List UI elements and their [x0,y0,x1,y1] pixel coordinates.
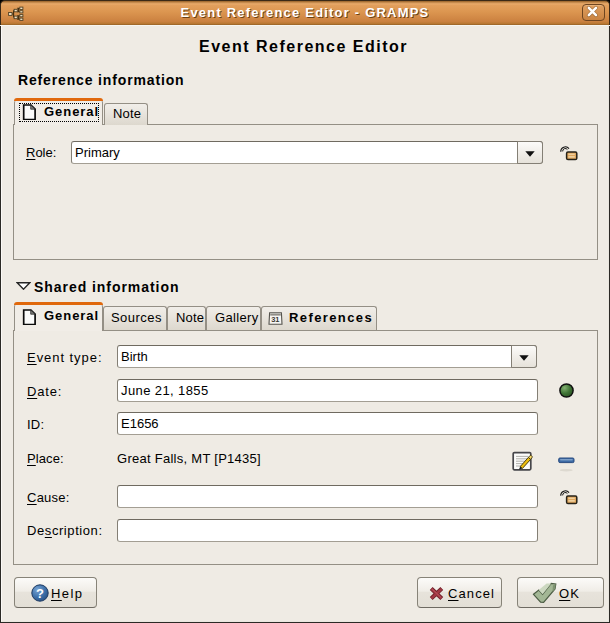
svg-text:?: ? [36,586,44,601]
svg-text:31: 31 [271,315,279,324]
